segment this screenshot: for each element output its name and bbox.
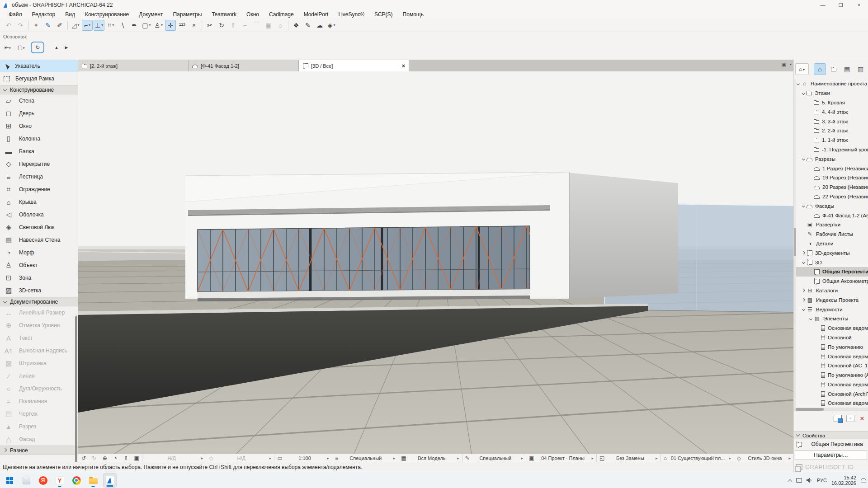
menu-item-5[interactable]: Документ [134,11,168,18]
tree-item[interactable]: По умолчанию (АС [796,371,868,380]
navigator-tab-publisher[interactable]: ▥ [854,63,867,75]
toolbox-section-3[interactable]: Разное [0,446,78,455]
snap-reference-icon[interactable]: ⊥▾ [94,20,104,31]
tree-item[interactable]: Основная ведомо [796,380,868,389]
menu-item-8[interactable]: Окно [241,11,264,18]
menu-item-3[interactable]: Вид [60,11,80,18]
chevron-down-icon[interactable] [802,157,805,160]
toolbox-item[interactable]: ◁Оболочка [0,208,78,221]
toolbox-item[interactable]: ≡Лестница [0,170,78,183]
menu-item-12[interactable]: SCP(S) [369,11,398,18]
walk-mode-icon[interactable]: ♙▾ [153,20,164,31]
toolbox-item[interactable]: ◇Перекрытие [0,158,78,170]
add-view-button[interactable]: + [846,415,854,422]
tree-item[interactable]: 3D [796,258,868,267]
toolbox-item[interactable]: ▱Стена [0,94,78,107]
toolbox-scroll-next-button[interactable]: ▶ [61,42,71,53]
tree-item[interactable]: 20 Разрез (Независи [796,183,868,192]
inject-parameters-icon[interactable]: ✐ [54,20,65,31]
tree-item[interactable]: Основная ведомо [796,352,868,361]
taskbar-app-system-app[interactable] [19,473,33,488]
menu-item-4[interactable]: Конструирование [80,11,134,18]
move-gizmo-icon[interactable]: ✛ [165,20,176,31]
style-3d-window-control[interactable]: ◇Стиль 3D-окна▸ [734,454,793,462]
tree-item[interactable]: 3D-документы [796,248,868,258]
toolbox-section-1[interactable]: Конструирование [0,85,78,94]
toolbox-item[interactable]: ♙Объект [0,259,78,272]
tree-item[interactable]: ☰Ведомости [796,305,868,314]
toolbox-item[interactable]: ⌂Крыша [0,196,78,208]
tab-3[interactable]: [3D / Все]× [299,60,409,71]
maximize-button[interactable]: ❐ [832,0,850,10]
tray-expand-icon[interactable] [788,478,792,483]
toolbox-item[interactable]: ⌗Ограждение [0,183,78,196]
menu-item-7[interactable]: Teamwork [207,11,241,18]
navigator-tab-layout-book[interactable]: ▤ [841,63,853,75]
taskbar-app-archicad[interactable] [103,473,117,488]
tree-item[interactable]: ⊞Каталоги [796,286,868,296]
taskbar-app-chrome[interactable] [70,473,83,488]
cancel-icon[interactable]: × [189,20,199,31]
menu-item-1[interactable]: Файл [4,11,27,18]
group-icon[interactable]: ❖ [291,20,302,31]
tree-item[interactable]: Общая Аксонометри [796,277,868,286]
fill-style-icon[interactable]: ◈▾ [326,20,337,31]
view-undo-button[interactable]: ↺ [78,454,89,462]
find-select-icon[interactable]: ⌖ [31,20,42,31]
tree-item[interactable]: Ф-41 Фасад 1-2 (Авто [796,211,868,220]
menu-item-13[interactable]: Помощь [398,11,429,18]
toolbox-item[interactable]: ⊞Окно [0,120,78,132]
taskbar-app-yandex-y[interactable]: Y [53,473,66,488]
layer-combination-control[interactable]: ≡Специальный▸ [332,454,398,462]
tree-item[interactable]: -1. Подземный уров [796,145,868,155]
coordinates-icon[interactable]: ¹²³ [177,20,188,31]
network-icon[interactable] [796,478,802,483]
tree-item[interactable]: Разрезы [796,154,868,164]
toolbox-item[interactable]: ▨3D-сетка [0,284,78,297]
renovation-filter-control[interactable]: ◱Без Замены▸ [596,454,660,462]
cloud-sync-icon[interactable]: ☁ [314,20,325,31]
tree-item[interactable]: 1. 1-й этаж [796,136,868,145]
tree-item[interactable]: ⌂Наименование проекта [796,79,868,89]
toolbox-item[interactable]: ▯Колонна [0,132,78,145]
menu-item-10[interactable]: ModelPort [299,11,334,18]
tree-item[interactable]: 22 Разрез (Независи [796,192,868,202]
tab-1[interactable]: [2. 2-й этаж] [78,60,189,71]
chevron-right-icon[interactable] [802,289,805,292]
navigator-hscrollbar[interactable] [794,408,868,411]
toolbox-item[interactable]: ◔Морф [0,246,78,259]
tree-item[interactable]: Общая Перспектив [796,267,868,277]
language-indicator[interactable]: РУС [817,478,827,483]
navigator-tab-project-map[interactable]: ⌂ [814,63,826,75]
menu-item-11[interactable]: LiveSync® [333,11,369,18]
tab-2[interactable]: [Ф-41 Фасад 1-2] [189,60,299,71]
tree-item[interactable]: 2. 2-й этаж [796,126,868,136]
gravity-icon[interactable]: ∖ [117,20,128,31]
taskbar-app-start[interactable] [3,473,16,488]
tab-overflow-icon[interactable]: ▣ [782,61,786,67]
toolbox-item[interactable]: ◈Световой Люк [0,221,78,234]
tree-item[interactable]: По умолчанию [796,342,868,352]
tree-item[interactable]: ◑Детали [796,239,868,249]
clock[interactable]: 15:42 16.02.2026 [831,475,856,486]
split-icon[interactable]: ✂ [204,20,215,31]
pickup-parameters-icon[interactable]: ✎ [42,20,53,31]
tab-close-icon[interactable]: × [402,63,405,69]
volume-icon[interactable] [807,478,812,483]
tree-item[interactable]: 5. Кровля [796,98,868,108]
chevron-down-icon[interactable] [802,92,805,95]
magic-wand-icon[interactable]: ✒ [129,20,140,31]
pen-set-control[interactable]: ✎Специальный▸ [462,454,526,462]
tree-item[interactable]: ▤Индексы Проекта [796,295,868,305]
guide-segment-icon[interactable]: ⌐▾ [82,20,93,31]
guide-lines-icon[interactable]: ◿▾ [70,20,81,31]
new-viewpoint-copy-button[interactable] [834,415,842,422]
tree-item[interactable]: ▣Развертки [796,220,868,230]
toolbox-scroll-up-button[interactable]: ▲ [52,42,61,53]
tree-item[interactable]: 3. 3-й этаж [796,117,868,126]
tree-item[interactable]: Основная ведом [796,399,868,408]
toolbox-section-2[interactable]: Документирование [0,297,78,306]
toolbox-item-marquee[interactable]: Бегущая Рамка [0,72,78,85]
chevron-down-icon[interactable] [809,317,812,320]
tree-item[interactable]: Фасады [796,201,868,211]
